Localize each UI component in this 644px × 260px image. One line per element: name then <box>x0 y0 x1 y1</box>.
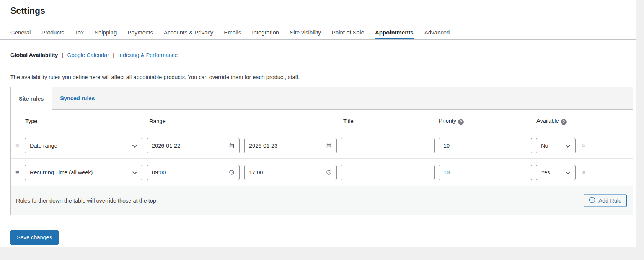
nav-divider <box>0 39 636 40</box>
title-input[interactable] <box>346 143 430 149</box>
priority-field <box>439 138 532 153</box>
intro-text: The availability rules you define here w… <box>10 74 300 80</box>
column-title: Title <box>343 118 354 124</box>
calendar-icon[interactable] <box>229 143 235 149</box>
column-available: Available? <box>536 118 567 125</box>
tab-emails[interactable]: Emails <box>224 29 241 39</box>
range-from-field <box>147 165 240 180</box>
rule-row: ≡ Recurring Time (all week) <box>11 159 633 186</box>
priority-field <box>439 165 532 180</box>
page-title: Settings <box>10 6 45 16</box>
tab-general[interactable]: General <box>10 29 31 39</box>
tab-integration[interactable]: Integration <box>252 29 279 39</box>
rule-row: ≡ Date range <box>11 133 633 159</box>
tab-point-of-sale[interactable]: Point of Sale <box>332 29 364 39</box>
settings-page: Settings General Products Tax Shipping P… <box>0 0 644 260</box>
tab-accounts-privacy[interactable]: Accounts & Privacy <box>164 29 213 39</box>
tab-site-visibility[interactable]: Site visibility <box>290 29 321 39</box>
range-to-field <box>244 138 337 153</box>
tab-appointments[interactable]: Appointments <box>375 29 414 39</box>
rules-footer: Rules further down the table will overri… <box>11 186 633 215</box>
chevron-down-icon <box>565 143 571 149</box>
tab-site-rules[interactable]: Site rules <box>11 87 52 110</box>
clock-icon[interactable] <box>229 169 235 175</box>
chevron-down-icon <box>565 169 571 176</box>
column-priority: Priority? <box>439 118 464 125</box>
priority-help-icon[interactable]: ? <box>458 119 464 125</box>
range-from-field <box>147 138 240 153</box>
title-input[interactable] <box>346 169 430 176</box>
content-area: Settings General Products Tax Shipping P… <box>0 0 636 247</box>
tab-products[interactable]: Products <box>41 29 64 39</box>
chevron-down-icon <box>132 143 137 149</box>
appointments-subnav: Global Availability | Google Calendar | … <box>10 52 178 58</box>
tab-tax[interactable]: Tax <box>75 29 84 39</box>
subnav-google-calendar[interactable]: Google Calendar <box>67 52 109 58</box>
range-to-field <box>244 165 337 180</box>
rule-type-select[interactable]: Date range <box>25 138 142 153</box>
rules-tabbar: Site rules Synced rules <box>11 87 633 110</box>
subnav-indexing-performance[interactable]: Indexing & Performance <box>118 52 178 58</box>
calendar-icon[interactable] <box>326 143 332 149</box>
remove-rule-icon[interactable]: × <box>580 142 588 149</box>
subnav-separator: | <box>113 52 114 58</box>
chevron-down-icon <box>132 169 137 176</box>
tab-payments[interactable]: Payments <box>127 29 153 39</box>
rule-type-select[interactable]: Recurring Time (all week) <box>25 165 142 180</box>
subnav-global-availability[interactable]: Global Availability <box>10 52 58 58</box>
priority-input[interactable] <box>443 143 527 149</box>
drag-handle-icon[interactable]: ≡ <box>15 169 19 176</box>
available-select[interactable]: Yes <box>536 165 576 180</box>
tab-shipping[interactable]: Shipping <box>95 29 117 39</box>
range-to-input[interactable] <box>249 143 323 149</box>
drag-handle-icon[interactable]: ≡ <box>15 143 19 149</box>
range-from-input[interactable] <box>152 143 226 149</box>
save-changes-button[interactable]: Save changes <box>10 230 59 245</box>
add-rule-button[interactable]: Add Rule <box>584 194 627 207</box>
subnav-separator: | <box>62 52 64 58</box>
time-to-input[interactable] <box>249 169 323 176</box>
time-from-input[interactable] <box>152 169 226 176</box>
tab-synced-rules[interactable]: Synced rules <box>52 87 103 109</box>
clock-icon[interactable] <box>326 169 332 175</box>
title-field <box>341 138 435 153</box>
priority-input[interactable] <box>443 169 527 176</box>
column-type: Type <box>25 118 37 124</box>
remove-rule-icon[interactable]: × <box>580 169 588 176</box>
rules-table-header: Type Range Title Priority? Available? <box>11 110 633 133</box>
available-select[interactable]: No <box>536 138 576 153</box>
settings-nav: General Products Tax Shipping Payments A… <box>10 29 450 39</box>
rules-footer-note: Rules further down the table will overri… <box>16 198 158 204</box>
plus-circle-icon <box>589 197 595 205</box>
tab-advanced[interactable]: Advanced <box>424 29 450 39</box>
column-range: Range <box>149 118 166 124</box>
title-field <box>341 165 435 180</box>
availability-rules-box: Site rules Synced rules Type Range Title… <box>10 87 633 215</box>
available-help-icon[interactable]: ? <box>561 119 567 125</box>
